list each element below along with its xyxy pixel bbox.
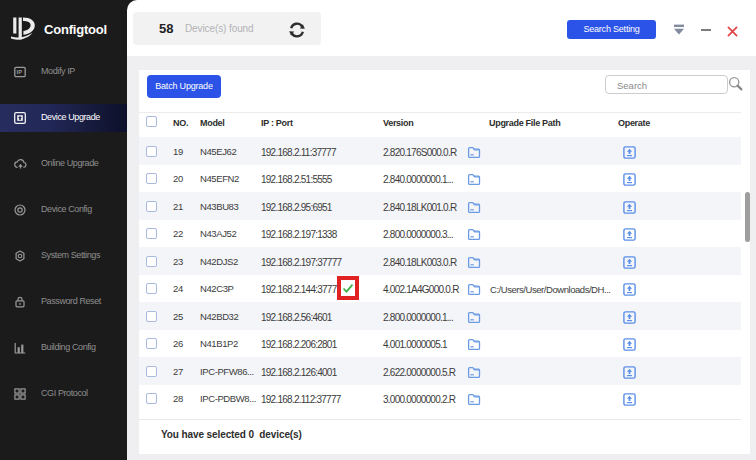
- svg-text:IP: IP: [17, 69, 23, 75]
